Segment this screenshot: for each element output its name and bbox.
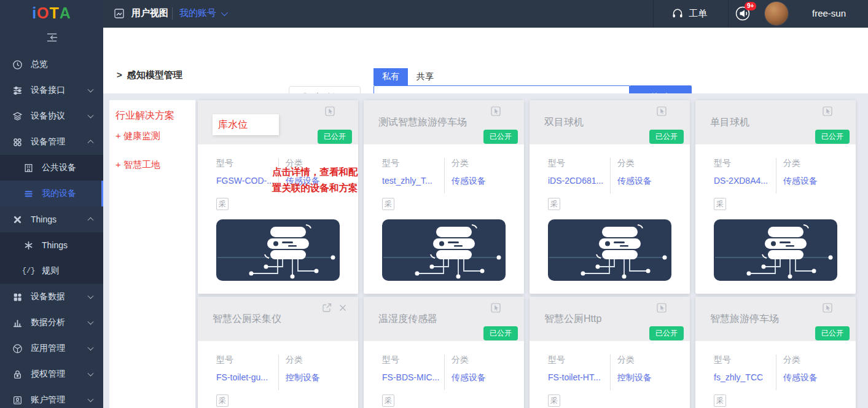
publish-cursor-icon[interactable] [657, 106, 667, 116]
sidebar-item-auth-management[interactable]: 授权管理 [0, 361, 103, 387]
account-menu[interactable]: 我的账号 [179, 7, 226, 19]
device-card-card-1[interactable]: 已公开 型号 FGSW-COD-... 分类 传感设备 采 库水位 点击详情，查… [198, 100, 358, 294]
card-header: 智慧公厕采集仪 [198, 297, 358, 341]
sidebar-item-rules[interactable]: {/} 规则 [0, 258, 103, 284]
grid-icon [12, 137, 23, 147]
chevron-down-icon [88, 112, 94, 119]
category-link[interactable]: 传感设备 [783, 176, 818, 187]
category-link[interactable]: 控制设备 [617, 372, 652, 383]
device-card-card-6[interactable]: 温湿度传感器 已公开 型号 FS-BDS-MIC... 分类 传感设备 采 [364, 297, 524, 408]
sidebar-item-public-devices[interactable]: 公共设备 [0, 155, 103, 181]
sidebar-item-app-management[interactable]: 应用管理 [0, 335, 103, 361]
sidebar-item-my-devices[interactable]: 我的设备 [0, 181, 103, 206]
model-label: 型号 [382, 355, 444, 366]
card-body: 型号 FS-BDS-MIC... 分类 传感设备 采 [364, 341, 524, 408]
sidebar-item-device-data[interactable]: 设备数据 [0, 284, 103, 310]
device-card-card-7[interactable]: 智慧公厕Http 已公开 型号 FS-toilet-HT... 分类 控制设备 … [530, 297, 690, 408]
model-label: 型号 [714, 158, 776, 169]
workorder-link[interactable]: 工单 [689, 8, 707, 20]
category-link[interactable]: 传感设备 [452, 176, 486, 187]
solutions-title: 行业解决方案 [115, 109, 189, 122]
headset-icon[interactable] [671, 7, 684, 23]
publish-cursor-icon[interactable] [823, 303, 832, 313]
model-label: 型号 [216, 355, 278, 366]
category-link[interactable]: 传感设备 [783, 372, 818, 383]
device-card-card-4[interactable]: 单目球机 已公开 型号 DS-2XD8A4... 分类 传感设备 采 [695, 100, 856, 294]
model-value: test_zhly_T... [382, 176, 444, 186]
x-icon [12, 214, 23, 225]
workspace-label: 用户视图 [131, 7, 168, 19]
device-image [216, 219, 340, 281]
category-link[interactable]: 控制设备 [286, 372, 320, 383]
published-badge: 已公开 [815, 130, 850, 144]
model-label: 型号 [548, 355, 610, 366]
device-card-card-8[interactable]: 智慧旅游停车场 已公开 型号 fs_zhly_TCC 分类 传感设备 采 [695, 297, 856, 408]
publish-cursor-icon[interactable] [325, 106, 335, 116]
collect-tag: 采 [548, 394, 560, 407]
app-root: iOTA 总览 设备接口 设备协议 设备管理 公共设备 我的设备 Things [0, 0, 868, 408]
card-header: 温湿度传感器 已公开 [364, 297, 524, 341]
sidebar-item-label: 设备协议 [31, 111, 65, 122]
sidebar-item-label: 设备接口 [31, 85, 65, 96]
username[interactable]: free-sun [812, 8, 846, 18]
books-icon [23, 189, 34, 199]
card-title: 智慧公厕Http [544, 313, 601, 326]
sidebar-item-label: 我的设备 [42, 188, 76, 199]
sidebar-item-label: 应用管理 [31, 343, 65, 354]
share-icon[interactable] [321, 302, 332, 313]
sidebar-item-things-sub[interactable]: Things [0, 232, 103, 258]
category-link[interactable]: 传感设备 [452, 372, 486, 383]
device-card-card-3[interactable]: 双目球机 已公开 型号 iDS-2CD681... 分类 传感设备 采 [530, 100, 690, 294]
card-info: 型号 fs_zhly_TCC 分类 传感设备 [714, 355, 847, 390]
card-info: 型号 FS-BDS-MIC... 分类 传感设备 [382, 355, 515, 390]
card-header: 测试智慧旅游停车场 已公开 [364, 100, 524, 144]
breadcrumb-arrow: > [117, 69, 122, 80]
account-label: 我的账号 [179, 7, 216, 19]
publish-cursor-icon[interactable] [491, 106, 501, 116]
card-info: 型号 iDS-2CD681... 分类 传感设备 [548, 158, 681, 194]
category-link[interactable]: 传感设备 [617, 176, 652, 187]
chevron-up-icon [88, 139, 94, 146]
publish-cursor-icon[interactable] [823, 106, 832, 116]
user-card-icon [12, 395, 23, 406]
chevron-down-icon [88, 319, 94, 325]
card-title: 测试智慧旅游停车场 [378, 116, 467, 129]
solution-item-smart-site[interactable]: + 智慧工地 [115, 159, 189, 171]
sidebar-item-label: 设备数据 [31, 291, 65, 302]
sidebar-item-overview[interactable]: 总览 [0, 52, 103, 77]
tab-private[interactable]: 私有 [373, 68, 408, 85]
solutions-panel: 行业解决方案 + 健康监测+ 智慧工地 [109, 100, 195, 408]
avatar[interactable] [764, 1, 789, 26]
published-badge: 已公开 [483, 130, 518, 144]
logo-letter: O [37, 4, 49, 22]
publish-cursor-icon[interactable] [657, 303, 667, 313]
close-icon[interactable] [338, 304, 347, 312]
publish-cursor-icon[interactable] [491, 303, 501, 313]
layers-icon [12, 111, 23, 122]
chevron-down-icon [88, 396, 94, 402]
published-badge: 已公开 [649, 130, 684, 144]
device-card-grid: 已公开 型号 FGSW-COD-... 分类 传感设备 采 库水位 点击详情，查… [198, 100, 856, 408]
sidebar-item-things[interactable]: Things [0, 206, 103, 232]
collapse-sidebar-button[interactable] [0, 26, 103, 52]
sidebar-item-data-analysis[interactable]: 数据分析 [0, 310, 103, 335]
device-card-card-2[interactable]: 测试智慧旅游停车场 已公开 型号 test_zhly_T... 分类 传感设备 … [364, 100, 524, 294]
sidebar-item-label: 规则 [42, 265, 59, 277]
topbar-divider [653, 0, 654, 28]
sidebar-item-account-management[interactable]: 账户管理 [0, 387, 103, 408]
view-icon[interactable] [114, 8, 125, 22]
solution-item-health-monitoring[interactable]: + 健康监测 [115, 130, 189, 142]
chart-icon [12, 318, 23, 328]
sidebar-item-device-protocol[interactable]: 设备协议 [0, 103, 103, 129]
tab-shared[interactable]: 共享 [408, 68, 442, 85]
device-card-card-5[interactable]: 智慧公厕采集仪 型号 FS-toilet-gu... 分类 控制设备 采 [198, 297, 358, 408]
card-header: 智慧旅游停车场 已公开 [695, 297, 856, 341]
card-body: 型号 fs_zhly_TCC 分类 传感设备 采 [695, 341, 856, 408]
chevron-up-icon [88, 217, 94, 223]
sidebar-item-device-management[interactable]: 设备管理 [0, 129, 103, 155]
sliders-icon [12, 85, 23, 96]
sidebar-item-device-interface[interactable]: 设备接口 [0, 77, 103, 103]
card-info: 型号 test_zhly_T... 分类 传感设备 [382, 158, 515, 194]
card-title: 双目球机 [544, 116, 584, 129]
sidebar-item-label: 总览 [31, 59, 48, 70]
